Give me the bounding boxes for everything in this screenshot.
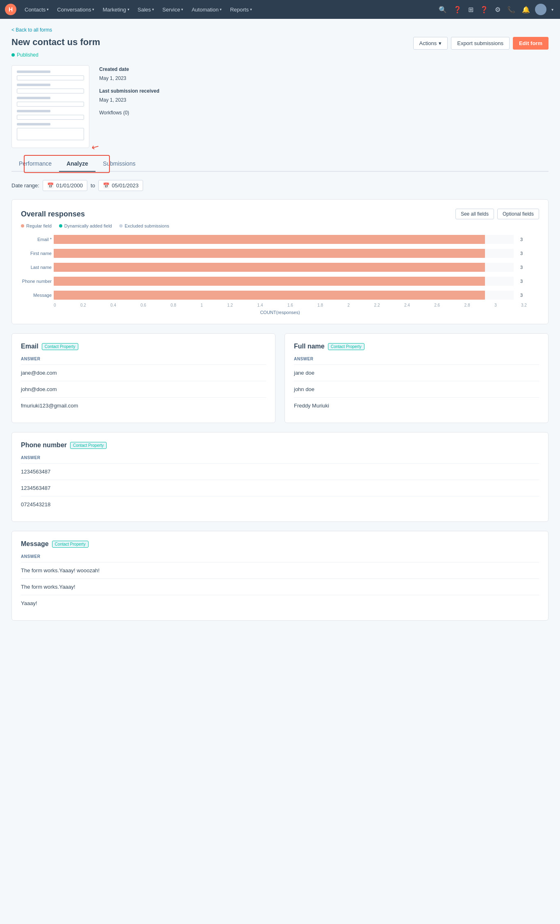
help-icon[interactable]: ❓ [452,4,463,15]
phone-answer-header: ANSWER [21,455,539,464]
tabs-container: Performance Analyze Submissions [11,156,549,172]
legend-dynamic-label: Dynamically added field [64,223,112,228]
created-label: Created date [99,66,129,72]
legend-excluded-dot [119,224,123,228]
legend-dynamic-dot [59,224,62,228]
bar-track-1 [54,249,514,258]
legend-excluded-label: Excluded submissions [125,223,169,228]
form-preview [11,65,89,148]
nav-contacts[interactable]: Contacts ▾ [21,5,52,14]
optional-fields-button[interactable]: Optional fields [497,209,539,219]
legend-regular: Regular field [21,223,52,228]
apps-icon[interactable]: ⊞ [467,4,475,15]
bar-fill-0 [54,235,485,244]
bar-fill-2 [54,263,485,272]
bar-row-2: Last name 3 [54,263,527,272]
email-card: Email Contact Property ANSWER jane@doe.c… [11,333,275,423]
fullname-answer-3: Freddy Muriuki [294,398,539,414]
help2-icon[interactable]: ❓ [478,4,490,15]
legend-regular-label: Regular field [26,223,52,228]
nav-sales[interactable]: Sales ▾ [134,5,158,14]
tab-analyze[interactable]: Analyze [59,156,96,172]
date-to-input[interactable]: 📅 05/01/2023 [98,180,143,191]
bell-icon[interactable]: 🔔 [520,4,532,15]
x-tick: 1.2 [227,303,233,307]
bar-track-3 [54,277,514,286]
actions-button[interactable]: Actions ▾ [413,37,448,50]
bar-fill-1 [54,249,485,258]
nav-reports[interactable]: Reports ▾ [227,5,255,14]
fullname-card: Full name Contact Property ANSWER jane d… [285,333,549,423]
x-tick: 1.6 [287,303,293,307]
phone-icon[interactable]: 📞 [505,4,517,15]
x-tick: 2.8 [464,303,470,307]
chart-x-axis-label: COUNT(responses) [21,310,539,315]
legend-dynamic: Dynamically added field [59,223,112,228]
edit-form-button[interactable]: Edit form [513,37,549,50]
fullname-answer-1: jane doe [294,365,539,381]
fullname-title-text: Full name [294,343,325,350]
x-tick: 0.6 [141,303,146,307]
date-from-input[interactable]: 📅 01/01/2000 [43,180,87,191]
account-chevron-icon[interactable]: ▾ [550,6,555,14]
settings-icon[interactable]: ⚙ [493,4,502,15]
bar-value-0: 3 [520,237,527,242]
nav-right-icons: 🔍 ❓ ⊞ ❓ ⚙ 📞 🔔 ▾ [437,4,555,15]
calendar-from-icon: 📅 [47,182,54,189]
nav-automation[interactable]: Automation ▾ [188,5,225,14]
phone-title-text: Phone number [21,442,67,449]
page-title: New contact us form [11,37,100,48]
bar-value-4: 3 [520,293,527,298]
chart-x-axis: 00.20.40.60.811.21.41.61.822.22.42.62.83… [21,303,539,307]
nav-marketing[interactable]: Marketing ▾ [99,5,132,14]
message-card-title: Message Contact Property [21,540,539,548]
message-answer-1: The form works.Yaaay! wooozah! [21,562,539,579]
bar-chart: Email * 3 First name 3 Last name 3 Phone… [21,235,539,315]
chart-actions: See all fields Optional fields [455,209,539,219]
workflows-label: Workflows (0) [99,110,129,116]
nav-conversations[interactable]: Conversations ▾ [54,5,98,14]
bar-fill-3 [54,277,485,286]
x-tick: 2.2 [374,303,380,307]
breadcrumb[interactable]: Back to all forms [11,27,549,33]
status-badge: Published [11,52,549,58]
x-tick: 3.2 [521,303,527,307]
x-tick: 0.2 [80,303,86,307]
tab-submissions[interactable]: Submissions [96,156,143,172]
search-icon[interactable]: 🔍 [437,4,448,15]
message-answer-2: The form works.Yaaay! [21,579,539,595]
see-all-fields-button[interactable]: See all fields [455,209,494,219]
legend-regular-dot [21,224,24,228]
tab-performance[interactable]: Performance [11,156,59,172]
overall-responses-section: Overall responses See all fields Optiona… [11,199,549,324]
x-tick: 2 [348,303,350,307]
x-tick: 1.4 [257,303,263,307]
phone-answer-3: 0724543218 [21,496,539,512]
x-tick: 2.6 [434,303,440,307]
fullname-answer-2: john doe [294,381,539,398]
date-range-label: Date range: [11,182,39,189]
export-submissions-button[interactable]: Export submissions [451,37,510,50]
nav-logo: H [5,4,16,15]
created-value: May 1, 2023 [99,75,126,81]
bar-track-0 [54,235,514,244]
bar-value-2: 3 [520,265,527,270]
chart-legend: Regular field Dynamically added field Ex… [21,223,539,228]
email-card-title: Email Contact Property [21,343,266,350]
chart-area: Email * 3 First name 3 Last name 3 Phone… [21,235,539,300]
date-from-value: 01/01/2000 [56,182,83,189]
message-card: Message Contact Property ANSWER The form… [11,531,549,621]
last-submission-label: Last submission received [99,88,159,94]
bar-row-1: First name 3 [54,249,527,258]
chart-header: Overall responses See all fields Optiona… [21,209,539,219]
phone-contact-prop-badge: Contact Property [70,442,107,449]
email-answer-1: jane@doe.com [21,365,266,381]
user-avatar[interactable] [535,4,546,15]
fullname-card-title: Full name Contact Property [294,343,539,350]
phone-answer-2: 1234563487 [21,480,539,496]
nav-service[interactable]: Service ▾ [159,5,187,14]
x-tick: 1 [200,303,203,307]
x-tick: 0.4 [110,303,116,307]
calendar-to-icon: 📅 [103,182,109,189]
last-submission-value: May 1, 2023 [99,97,126,103]
